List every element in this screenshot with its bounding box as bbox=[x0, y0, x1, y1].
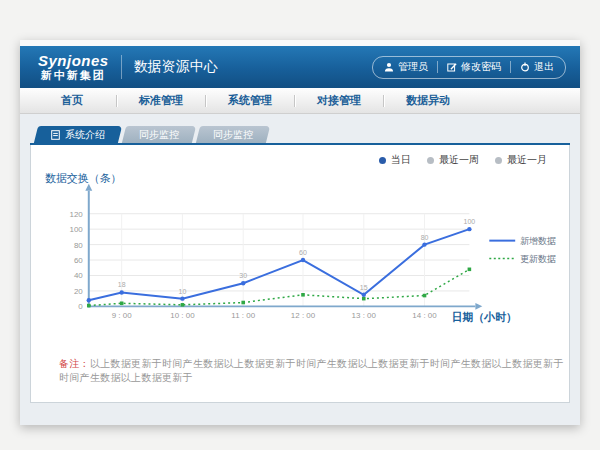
range-option-label: 最近一月 bbox=[507, 153, 547, 167]
data-point bbox=[180, 296, 184, 300]
data-point bbox=[467, 227, 471, 231]
series-line bbox=[89, 229, 470, 300]
x-tick-label: 9 : 00 bbox=[112, 311, 132, 320]
tab-label: 系统介绍 bbox=[65, 126, 105, 143]
tab-0[interactable]: 系统介绍 bbox=[36, 126, 120, 143]
y-tick-label: 80 bbox=[74, 241, 83, 250]
header: Synjones 新中新集团 数据资源中心 管理员 修改密码 退出 bbox=[20, 46, 580, 88]
note: 备注：以上数据更新于时间产生数据以上数据更新于时间产生数据以上数据更新于时间产生… bbox=[59, 357, 569, 385]
y-tick-label: 100 bbox=[70, 225, 84, 234]
user-menu: 管理员 修改密码 退出 bbox=[372, 56, 566, 79]
data-point-label: 60 bbox=[299, 249, 307, 256]
data-point-label: 18 bbox=[118, 281, 126, 288]
tab-1[interactable]: 同步监控 bbox=[124, 126, 194, 143]
nav-item-0[interactable]: 首页 bbox=[28, 93, 116, 108]
data-point-label: 30 bbox=[239, 272, 247, 279]
data-point-label: 15 bbox=[360, 284, 368, 291]
header-divider bbox=[121, 55, 122, 79]
y-tick-label: 20 bbox=[74, 287, 83, 296]
data-point bbox=[362, 293, 366, 297]
data-point bbox=[422, 242, 426, 246]
brand-name-cn: 新中新集团 bbox=[38, 69, 109, 82]
note-text: 以上数据更新于时间产生数据以上数据更新于时间产生数据以上数据更新于时间产生数据以… bbox=[59, 358, 564, 383]
user-button[interactable]: 管理员 bbox=[375, 60, 437, 74]
range-option-label: 当日 bbox=[391, 153, 411, 167]
legend-label[interactable]: 新增数据 bbox=[520, 236, 556, 246]
screen: Synjones 新中新集团 数据资源中心 管理员 修改密码 退出 bbox=[0, 0, 600, 450]
user-label: 管理员 bbox=[398, 60, 428, 74]
y-tick-label: 120 bbox=[70, 210, 84, 219]
data-point bbox=[362, 297, 366, 301]
brand-name: Synjones bbox=[38, 52, 109, 69]
document-icon bbox=[51, 130, 60, 140]
content: 系统介绍同步监控同步监控 0204060801001209 : 0010 : 0… bbox=[20, 114, 580, 426]
app-window: Synjones 新中新集团 数据资源中心 管理员 修改密码 退出 bbox=[20, 40, 580, 425]
panel: 0204060801001209 : 0010 : 0011 : 0012 : … bbox=[30, 145, 570, 403]
x-tick-label: 13 : 00 bbox=[352, 311, 377, 320]
y-tick-label: 60 bbox=[74, 256, 83, 265]
data-point bbox=[301, 293, 305, 297]
y-tick-label: 0 bbox=[78, 302, 83, 311]
note-label: 备注： bbox=[59, 358, 90, 369]
nav: 首页标准管理系统管理对接管理数据异动 bbox=[20, 88, 580, 114]
data-point bbox=[87, 304, 91, 308]
data-point bbox=[119, 290, 123, 294]
nav-item-4[interactable]: 数据异动 bbox=[384, 93, 472, 108]
radio-icon bbox=[427, 157, 434, 164]
data-point bbox=[301, 258, 305, 262]
x-axis-arrow-icon bbox=[475, 303, 482, 310]
range-option-2[interactable]: 最近一月 bbox=[495, 153, 547, 167]
data-point-label: 80 bbox=[421, 234, 429, 241]
radio-icon bbox=[379, 157, 386, 164]
x-tick-label: 12 : 00 bbox=[291, 311, 316, 320]
data-point bbox=[181, 303, 185, 307]
range-options: 当日最近一周最近一月 bbox=[379, 153, 547, 167]
tab-label: 同步监控 bbox=[213, 126, 253, 143]
tabs: 系统介绍同步监控同步监控 bbox=[36, 126, 272, 143]
x-tick-label: 10 : 00 bbox=[170, 311, 195, 320]
data-point bbox=[120, 301, 124, 305]
nav-item-3[interactable]: 对接管理 bbox=[295, 93, 383, 108]
data-point-label: 10 bbox=[179, 288, 187, 295]
nav-item-2[interactable]: 系统管理 bbox=[206, 93, 294, 108]
tab-label: 同步监控 bbox=[139, 126, 179, 143]
y-axis-title: 数据交换（条） bbox=[45, 172, 122, 184]
x-tick-label: 11 : 00 bbox=[231, 311, 255, 320]
logout-button[interactable]: 退出 bbox=[511, 60, 563, 74]
logout-label: 退出 bbox=[534, 60, 554, 74]
legend-label[interactable]: 更新数据 bbox=[520, 254, 556, 264]
y-tick-label: 40 bbox=[74, 271, 83, 280]
radio-icon bbox=[495, 157, 502, 164]
data-point bbox=[241, 281, 245, 285]
page-title: 数据资源中心 bbox=[134, 58, 218, 76]
power-icon bbox=[520, 62, 530, 72]
range-option-0[interactable]: 当日 bbox=[379, 153, 411, 167]
edit-icon bbox=[447, 62, 457, 72]
nav-item-1[interactable]: 标准管理 bbox=[117, 93, 205, 108]
data-point bbox=[468, 268, 472, 272]
tab-2[interactable]: 同步监控 bbox=[198, 126, 268, 143]
user-icon bbox=[384, 62, 394, 72]
change-password-button[interactable]: 修改密码 bbox=[438, 60, 510, 74]
range-option-1[interactable]: 最近一周 bbox=[427, 153, 479, 167]
brand-logo: Synjones 新中新集团 bbox=[38, 52, 109, 82]
tab-underline bbox=[30, 143, 570, 145]
data-point-label: 100 bbox=[464, 218, 476, 225]
series-line bbox=[89, 269, 470, 305]
y-axis-arrow-icon bbox=[85, 184, 92, 191]
change-password-label: 修改密码 bbox=[461, 60, 501, 74]
x-axis-title: 日期（小时） bbox=[451, 311, 517, 324]
x-tick-label: 14 : 00 bbox=[412, 311, 437, 320]
data-point bbox=[87, 298, 91, 302]
range-option-label: 最近一周 bbox=[439, 153, 479, 167]
data-point bbox=[423, 294, 427, 298]
data-point bbox=[241, 301, 245, 305]
